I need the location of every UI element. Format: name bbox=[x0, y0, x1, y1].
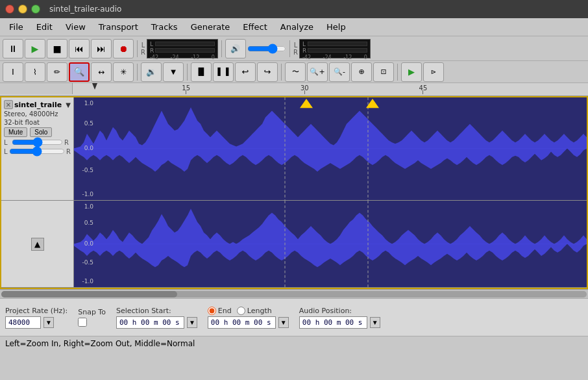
trim-button[interactable]: ▐▌ bbox=[191, 62, 212, 82]
minimize-button[interactable] bbox=[18, 5, 27, 14]
waveform-lower[interactable]: 1.0 0.5 0.0 -0.5 -1.0 bbox=[74, 201, 587, 287]
track-label-2: ▲ bbox=[1, 201, 74, 287]
menu-file[interactable]: File bbox=[3, 20, 30, 34]
statusbar-top: Project Rate (Hz): ▼ Snap To Selection S… bbox=[0, 298, 588, 336]
mute-button[interactable]: Mute bbox=[4, 127, 27, 137]
track-info-1: Stereo, 48000Hz bbox=[4, 110, 71, 118]
separator7 bbox=[397, 64, 398, 81]
maximize-button[interactable] bbox=[31, 5, 40, 14]
solo-button[interactable]: Solo bbox=[30, 127, 52, 137]
track-label-1: ✕ sintel_traile ▼ Stereo, 48000Hz 32-bit… bbox=[1, 97, 74, 200]
play-at-speed-button[interactable]: ▶ bbox=[401, 62, 422, 82]
zoom-out-button[interactable]: 🔍- bbox=[329, 62, 350, 82]
audio-position-input[interactable] bbox=[299, 316, 367, 329]
selection-start-input[interactable] bbox=[116, 316, 184, 329]
menu-view[interactable]: View bbox=[59, 20, 92, 34]
menu-effect[interactable]: Effect bbox=[236, 20, 273, 34]
draw-tool-button[interactable]: ✏ bbox=[47, 62, 67, 82]
draw-smooth-button[interactable]: 〜 bbox=[285, 62, 306, 82]
selection-end-dropdown[interactable]: ▼ bbox=[278, 317, 289, 328]
zoom-in-button[interactable]: 🔍+ bbox=[307, 62, 328, 82]
ruler-label-area bbox=[0, 83, 73, 94]
play-speed-slider-btn[interactable]: ⊳ bbox=[423, 62, 444, 82]
statusbar-bottom: Left=Zoom In, Right=Zoom Out, Middle=Nor… bbox=[0, 336, 588, 350]
status-text: Left=Zoom In, Right=Zoom Out, Middle=Nor… bbox=[5, 339, 195, 348]
zoom-fit-button[interactable]: ⊡ bbox=[373, 62, 394, 82]
snap-to-label: Snap To bbox=[78, 308, 106, 316]
separator bbox=[137, 40, 138, 57]
horizontal-scrollbar[interactable] bbox=[0, 289, 588, 298]
volume-icon[interactable]: 🔊 bbox=[225, 39, 246, 58]
gain-label-r: R bbox=[64, 139, 71, 146]
volume-dropdown-button[interactable]: ▼ bbox=[163, 62, 184, 82]
scrollbar-track[interactable] bbox=[1, 291, 587, 298]
audio-position-group: Audio Position: ▼ bbox=[299, 307, 380, 329]
timeline-ruler: 15 30 45 bbox=[0, 83, 588, 96]
gain-slider[interactable] bbox=[12, 138, 63, 146]
pan-label-l: L bbox=[4, 148, 8, 155]
window-title: sintel_trailer-audio bbox=[49, 5, 121, 14]
length-radio[interactable] bbox=[237, 307, 245, 315]
track-name: sintel_traile bbox=[14, 101, 64, 109]
project-rate-label: Project Rate (Hz): bbox=[5, 307, 67, 315]
ruler-ticks: 15 30 45 bbox=[73, 83, 588, 94]
project-rate-input[interactable] bbox=[5, 316, 41, 329]
pan-label-r: R bbox=[66, 148, 71, 155]
project-rate-dropdown[interactable]: ▼ bbox=[43, 317, 54, 328]
volume-slider[interactable] bbox=[247, 44, 286, 53]
length-radio-label: Length bbox=[237, 307, 272, 315]
timeshift-tool-button[interactable]: ↔ bbox=[91, 62, 112, 82]
zoom-tool-button[interactable]: 🔍 bbox=[69, 62, 90, 82]
menu-generate[interactable]: Generate bbox=[184, 20, 237, 34]
separator4 bbox=[137, 64, 138, 81]
titlebar: sintel_trailer-audio bbox=[0, 0, 588, 18]
track-controls: Mute Solo bbox=[4, 127, 71, 137]
scrollbar-thumb[interactable] bbox=[1, 291, 177, 298]
skip-back-button[interactable]: ⏮ bbox=[69, 39, 90, 58]
selection-start-dropdown[interactable]: ▼ bbox=[187, 317, 197, 328]
separator3 bbox=[289, 40, 290, 57]
project-rate-group: Project Rate (Hz): ▼ bbox=[5, 307, 67, 329]
track-close-button[interactable]: ✕ bbox=[4, 100, 13, 109]
silence-button[interactable]: ▌▐ bbox=[213, 62, 234, 82]
selection-end-input[interactable] bbox=[208, 316, 276, 329]
waveform-upper[interactable]: 1.0 0.5 0.0 -0.5 -1.0 bbox=[74, 97, 587, 200]
menu-analyze[interactable]: Analyze bbox=[274, 20, 320, 34]
record-button[interactable]: ⏺ bbox=[113, 39, 134, 58]
end-radio[interactable] bbox=[208, 307, 216, 315]
zoom-normal-button[interactable]: ⊕ bbox=[351, 62, 372, 82]
close-button[interactable] bbox=[5, 5, 14, 14]
menu-help[interactable]: Help bbox=[320, 20, 352, 34]
pan-slider-row: L R bbox=[4, 147, 71, 155]
snap-to-checkbox[interactable] bbox=[78, 318, 87, 327]
separator2 bbox=[221, 40, 222, 57]
audio-position-label: Audio Position: bbox=[299, 307, 380, 315]
track-dropdown-button[interactable]: ▼ bbox=[66, 101, 71, 108]
track-row-2: ▲ 1.0 0.5 0.0 -0.5 -1.0 bbox=[1, 201, 587, 288]
skip-forward-button[interactable]: ⏭ bbox=[91, 39, 112, 58]
volume-down-button[interactable]: 🔉 bbox=[141, 62, 162, 82]
separator5 bbox=[187, 64, 188, 81]
selection-tool-button[interactable]: I bbox=[3, 62, 23, 82]
track-row-1: ✕ sintel_traile ▼ Stereo, 48000Hz 32-bit… bbox=[1, 97, 587, 201]
redo-button[interactable]: ↪ bbox=[257, 62, 278, 82]
toolbar-tools: I ⌇ ✏ 🔍 ↔ ✳ 🔉 ▼ ▐▌ ▌▐ ↩ ↪ 〜 🔍+ 🔍- ⊕ ⊡ ▶ … bbox=[0, 61, 588, 83]
gain-label: L bbox=[4, 139, 10, 146]
lr-label-right: LR bbox=[293, 42, 298, 56]
play-button[interactable]: ▶ bbox=[25, 39, 45, 58]
separator6 bbox=[281, 64, 282, 81]
audio-position-dropdown[interactable]: ▼ bbox=[370, 317, 380, 328]
expand-track-button[interactable]: ▲ bbox=[31, 238, 44, 251]
envelope-tool-button[interactable]: ⌇ bbox=[25, 62, 45, 82]
tracks-container: ✕ sintel_traile ▼ Stereo, 48000Hz 32-bit… bbox=[0, 96, 588, 289]
menu-tracks[interactable]: Tracks bbox=[145, 20, 184, 34]
pause-button[interactable]: ⏸ bbox=[3, 39, 23, 58]
undo-button[interactable]: ↩ bbox=[235, 62, 256, 82]
multi-tool-button[interactable]: ✳ bbox=[113, 62, 134, 82]
menu-transport[interactable]: Transport bbox=[92, 20, 145, 34]
menu-edit[interactable]: Edit bbox=[30, 20, 59, 34]
menubar: File Edit View Transport Tracks Generate… bbox=[0, 18, 588, 36]
pan-slider[interactable] bbox=[9, 147, 65, 155]
selection-start-label: Selection Start: bbox=[116, 307, 197, 315]
stop-button[interactable]: ■ bbox=[47, 39, 67, 58]
